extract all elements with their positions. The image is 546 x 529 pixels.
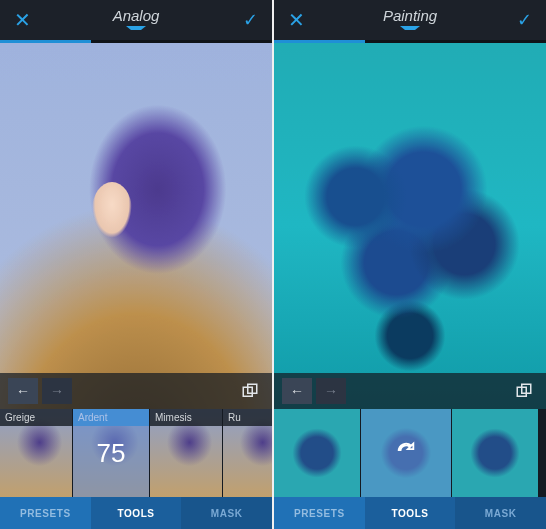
preset-thumb: [452, 409, 538, 497]
redo-button[interactable]: →: [42, 378, 72, 404]
filter-title[interactable]: Analog: [36, 7, 236, 34]
canvas-toolbar: ← →: [0, 373, 272, 409]
confirm-button[interactable]: ✓: [510, 9, 532, 31]
preset-ardent[interactable]: Ardent 75: [73, 409, 149, 497]
preset-partial[interactable]: Ru: [223, 409, 272, 497]
preset-label: Mimesis: [150, 409, 222, 426]
preset-paint-1[interactable]: [274, 409, 360, 497]
bottom-tabs: PRESETS TOOLS MASK: [274, 497, 546, 529]
redo-arc-icon: [395, 440, 417, 466]
screen-left: ✕ Analog ✓ ← → Greige Ardent 75: [0, 0, 272, 529]
topbar: ✕ Painting ✓: [274, 0, 546, 40]
edited-photo: [274, 43, 546, 409]
close-button[interactable]: ✕: [14, 8, 36, 32]
preset-mimesis[interactable]: Mimesis: [150, 409, 222, 497]
preset-paint-2[interactable]: [361, 409, 451, 497]
undo-button[interactable]: ←: [282, 378, 312, 404]
preset-label: Ardent: [73, 409, 149, 426]
preset-strip[interactable]: Greige Ardent 75 Mimesis Ru: [0, 409, 272, 497]
close-button[interactable]: ✕: [288, 8, 310, 32]
redo-button[interactable]: →: [316, 378, 346, 404]
tab-tools[interactable]: TOOLS: [91, 497, 182, 529]
preset-paint-3[interactable]: [452, 409, 538, 497]
image-canvas[interactable]: ← →: [0, 43, 272, 409]
topbar: ✕ Analog ✓: [0, 0, 272, 40]
preset-strip[interactable]: [274, 409, 546, 497]
compare-icon: [515, 382, 533, 400]
preset-label: Greige: [0, 409, 72, 426]
compare-button[interactable]: [236, 378, 264, 404]
compare-button[interactable]: [510, 378, 538, 404]
canvas-toolbar: ← →: [274, 373, 546, 409]
preset-label: Ru: [223, 409, 272, 426]
screen-right: ✕ Painting ✓ ← →: [274, 0, 546, 529]
confirm-button[interactable]: ✓: [236, 9, 258, 31]
preset-thumb: [274, 409, 360, 497]
tab-presets[interactable]: PRESETS: [0, 497, 91, 529]
tab-tools[interactable]: TOOLS: [365, 497, 456, 529]
preset-intensity-value: 75: [97, 438, 126, 469]
compare-icon: [241, 382, 259, 400]
filter-title[interactable]: Painting: [310, 7, 510, 34]
undo-button[interactable]: ←: [8, 378, 38, 404]
bottom-tabs: PRESETS TOOLS MASK: [0, 497, 272, 529]
preset-greige[interactable]: Greige: [0, 409, 72, 497]
tab-mask[interactable]: MASK: [181, 497, 272, 529]
tab-presets[interactable]: PRESETS: [274, 497, 365, 529]
tab-mask[interactable]: MASK: [455, 497, 546, 529]
image-canvas[interactable]: ← →: [274, 43, 546, 409]
edited-photo: [0, 43, 272, 409]
